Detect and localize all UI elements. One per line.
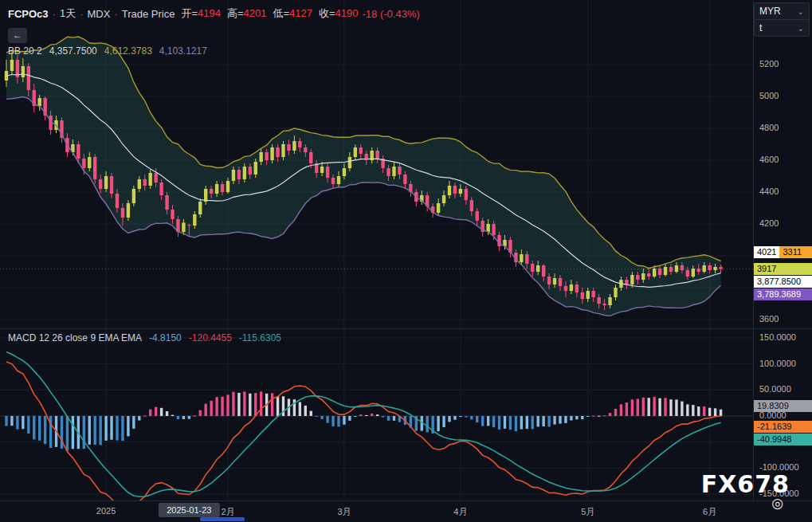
ohlc-low: 低=4127 — [273, 6, 312, 21]
macd-grid — [0, 328, 753, 500]
bb-lower-price-label-text: 3,789.3689 — [754, 288, 812, 300]
price-tick-label: 3600 — [759, 314, 779, 324]
axis-settings-panel: MYR ⌄ t ⌄ — [754, 2, 810, 37]
bb-upper-value: 4,612.3783 — [104, 45, 152, 57]
back-button[interactable]: ← — [8, 28, 27, 43]
back-arrow-icon: ← — [13, 29, 22, 41]
macd-tick-label: -150.0000 — [759, 489, 799, 498]
price-tick-label: 4400 — [759, 186, 779, 196]
time-tick-label: 2月 — [221, 506, 234, 518]
pane-divider[interactable] — [0, 328, 812, 329]
macd-tick-label: 100.0000 — [759, 359, 796, 368]
price-tick-label: 4600 — [759, 155, 779, 164]
bb-basis-value: 4,357.7500 — [49, 45, 97, 57]
unit-label: t — [759, 22, 762, 33]
price-type-label: Trade Price — [122, 8, 175, 20]
macd-signal-label: -40.9948 — [754, 434, 812, 445]
time-tick-label: 4月 — [453, 506, 467, 518]
bb-lower-value: 4,103.1217 — [159, 45, 207, 57]
currency-label: MYR — [759, 6, 781, 17]
macd-signal-value: -115.6305 — [239, 332, 281, 343]
time-tick-label: 6月 — [703, 506, 716, 518]
price-tick-label: 5200 — [759, 59, 779, 69]
separator: · — [53, 8, 56, 20]
macd-title[interactable]: MACD 12 26 close 9 EMA EMA — [8, 332, 142, 343]
bb-lower-price-label: 3,789.3689 — [754, 288, 812, 300]
last-price-label-text: 3917 — [754, 263, 812, 275]
bb-upper-price-label-text: 4021 — [754, 246, 779, 258]
macd-line-label: -21.1639 — [754, 421, 812, 433]
macd-line-label-text: -21.1639 — [754, 421, 812, 433]
trading-chart-app: 5200500048004600440042003600150.0000100.… — [0, 0, 812, 522]
unit-select[interactable]: t ⌄ — [755, 19, 809, 36]
macd-lines — [6, 351, 721, 500]
time-tick-label: 5月 — [581, 506, 594, 518]
macd-indicator-legend: MACD 12 26 close 9 EMA EMA -4.8150 -120.… — [8, 332, 281, 343]
ohlc-high: 高=4201 — [227, 6, 267, 21]
price-tick-label: 5000 — [759, 91, 779, 100]
chevron-down-icon: ⌄ — [798, 24, 804, 33]
price-axis[interactable]: 5200500048004600440042003600150.0000100.… — [753, 0, 812, 500]
symbol-name[interactable]: FCPOc3 — [8, 8, 49, 20]
ohlc-open: 开=4194 — [181, 6, 221, 21]
macd-indicator-pane[interactable] — [0, 328, 753, 500]
exchange-label: MDX — [88, 8, 111, 20]
macd-tick-label: -100.0000 — [759, 462, 799, 472]
macd-tick-label: 50.0000 — [759, 384, 791, 394]
time-axis[interactable]: 20252月3月4月5月6月2025-01-23 — [0, 500, 812, 522]
separator: · — [114, 8, 117, 20]
bb-upper-price-label: 40213311 — [754, 246, 812, 258]
symbol-header: FCPOc3 · 1天 · MDX · Trade Price 开=4194 高… — [8, 6, 420, 21]
chevron-down-icon: ⌄ — [798, 7, 804, 16]
bb-title[interactable]: BB 20 2 — [8, 45, 42, 57]
bb-upper-price-label-text: 3311 — [779, 246, 812, 258]
crosshair-date-label: 2025-01-23 — [159, 503, 219, 517]
price-tick-label: 4800 — [759, 123, 779, 132]
macd-hist-label: 19.8309 — [754, 400, 812, 412]
ohlc-close: 收=4190 — [319, 6, 359, 21]
bb-fill — [6, 37, 721, 316]
time-tick-label: 2025 — [96, 506, 116, 516]
separator: · — [80, 8, 83, 20]
price-tick-label: 4200 — [759, 218, 779, 228]
price-change: -18 (-0.43%) — [363, 8, 420, 20]
macd-hist-value: -4.8150 — [149, 332, 182, 343]
macd-tick-label: 150.0000 — [759, 332, 796, 342]
interval-label[interactable]: 1天 — [60, 6, 76, 21]
time-tick-label: 3月 — [337, 506, 351, 518]
bb-basis-price-label: 3,877.8500 — [754, 276, 812, 288]
macd-line-value: -120.4455 — [189, 332, 232, 343]
currency-select[interactable]: MYR ⌄ — [755, 3, 809, 19]
bb-indicator-legend: BB 20 2 4,357.7500 4,612.3783 4,103.1217 — [8, 45, 207, 57]
scrollbar-fragment[interactable] — [200, 517, 245, 521]
macd-signal-label-text: -40.9948 — [754, 434, 812, 445]
macd-hist-label-text: 19.8309 — [754, 400, 812, 412]
last-price-label: 3917 — [754, 263, 812, 275]
bb-basis-price-label-text: 3,877.8500 — [754, 276, 812, 288]
